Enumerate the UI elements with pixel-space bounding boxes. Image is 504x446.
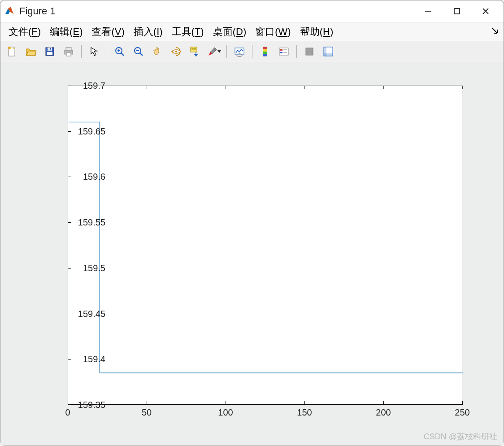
pan-button[interactable] — [148, 43, 166, 60]
y-tick-label: 159.55 — [70, 217, 105, 228]
menu-insert[interactable]: 插入(I) — [129, 23, 167, 40]
svg-rect-37 — [263, 49, 267, 52]
svg-line-17 — [121, 53, 124, 56]
menu-help[interactable]: 帮助(H) — [295, 23, 338, 40]
y-tick-label: 159.6 — [70, 172, 105, 182]
y-tick-label: 159.45 — [70, 308, 105, 319]
link-plot-button[interactable] — [230, 43, 248, 60]
menu-bar: 文件(F) 编辑(E) 查看(V) 插入(I) 工具(T) 桌面(D) 窗口(W… — [0, 22, 504, 41]
svg-rect-45 — [306, 48, 313, 55]
edit-plot-button[interactable] — [85, 43, 103, 60]
svg-point-24 — [175, 51, 177, 52]
svg-rect-38 — [263, 52, 267, 54]
svg-line-21 — [140, 53, 143, 56]
brush-button[interactable] — [205, 43, 223, 60]
svg-rect-39 — [263, 54, 267, 56]
svg-rect-13 — [66, 48, 71, 50]
x-tick-label: 150 — [297, 407, 312, 418]
x-tick-label: 50 — [142, 407, 152, 418]
plot-area[interactable]: CSDN @荔枝科研社 159.35159.4159.45159.5159.55… — [0, 62, 504, 446]
data-cursor-button[interactable] — [186, 43, 204, 60]
menu-window[interactable]: 窗口(W) — [251, 23, 295, 40]
y-tick-label: 159.4 — [70, 354, 105, 364]
menu-view[interactable]: 查看(V) — [87, 23, 129, 40]
svg-rect-40 — [279, 48, 288, 55]
print-button[interactable] — [60, 43, 78, 60]
show-plot-tools-button[interactable] — [319, 43, 337, 60]
hide-plot-tools-button[interactable] — [300, 43, 318, 60]
svg-rect-3 — [454, 9, 460, 14]
menu-edit[interactable]: 编辑(E) — [45, 23, 87, 40]
svg-rect-31 — [195, 54, 197, 56]
watermark-text: CSDN @荔枝科研社 — [424, 431, 497, 442]
menu-desktop[interactable]: 桌面(D) — [209, 23, 251, 40]
title-bar: Figure 1 — [0, 0, 504, 22]
line-series — [68, 86, 463, 405]
figure-window: Figure 1 文件(F) 编辑(E) 查看(V) 插入(I) 工具(T) 桌… — [0, 0, 504, 446]
open-button[interactable] — [22, 43, 40, 60]
svg-rect-43 — [280, 52, 282, 53]
figure-toolbar — [0, 41, 504, 62]
menu-tools[interactable]: 工具(T) — [167, 23, 209, 40]
y-tick-label: 159.5 — [70, 263, 105, 273]
menu-file[interactable]: 文件(F) — [4, 23, 45, 40]
axes[interactable] — [68, 86, 462, 405]
svg-rect-15 — [66, 53, 71, 56]
maximize-button[interactable] — [443, 0, 471, 22]
insert-colorbar-button[interactable] — [256, 43, 274, 60]
zoom-in-button[interactable] — [111, 43, 129, 60]
y-tick-label: 159.35 — [70, 400, 105, 410]
svg-point-8 — [8, 47, 11, 49]
svg-rect-12 — [47, 52, 52, 55]
svg-rect-48 — [324, 53, 333, 56]
save-button[interactable] — [41, 43, 59, 60]
zoom-out-button[interactable] — [130, 43, 148, 60]
svg-rect-11 — [50, 48, 51, 50]
dock-arrow-icon[interactable] — [491, 27, 499, 37]
insert-legend-button[interactable] — [275, 43, 293, 60]
svg-marker-32 — [217, 50, 221, 53]
svg-rect-41 — [280, 49, 282, 51]
x-tick-label: 250 — [455, 407, 469, 418]
rotate-3d-button[interactable] — [167, 43, 185, 60]
y-tick-label: 159.65 — [70, 126, 105, 136]
svg-rect-36 — [263, 47, 267, 49]
x-tick-label: 200 — [376, 407, 391, 418]
new-figure-button[interactable] — [3, 43, 21, 60]
x-tick-label: 100 — [218, 407, 233, 418]
x-tick-label: 0 — [65, 407, 70, 418]
window-title: Figure 1 — [19, 5, 56, 17]
y-tick-label: 159.7 — [70, 81, 105, 91]
minimize-button[interactable] — [414, 0, 443, 22]
close-button[interactable] — [471, 0, 500, 22]
matlab-app-icon — [4, 6, 15, 17]
